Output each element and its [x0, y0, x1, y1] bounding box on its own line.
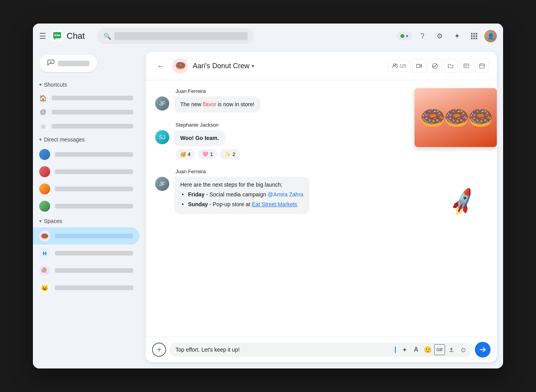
sidebar-item-space-2[interactable]: H: [33, 245, 139, 262]
donut-image: 🍩🍩🍩: [415, 88, 497, 147]
reaction-heart[interactable]: 🩷 1: [198, 149, 217, 159]
tasks-button[interactable]: [428, 59, 442, 73]
chat-body: 🍩🍩🍩 Juan Ferreira JF The new flavor is n…: [146, 80, 497, 337]
svg-rect-4: [471, 33, 473, 34]
sidebar-item-dm-2[interactable]: [33, 163, 139, 180]
sidebar-item-space-1[interactable]: 🍩: [33, 227, 139, 245]
video-icon: [416, 63, 422, 69]
settings-icon[interactable]: ⚙: [433, 29, 447, 43]
top-bar-right: ▾ ? ⚙ ✦ 👤: [397, 29, 497, 43]
search-input-fake: [114, 32, 248, 40]
reaction-party[interactable]: 🥳 4: [176, 149, 195, 159]
app-logo: Chat: [51, 30, 85, 42]
hamburger-icon[interactable]: ☰: [39, 31, 46, 41]
files-button[interactable]: [444, 59, 458, 73]
dm-avatar-3: [39, 183, 50, 194]
gif-icon[interactable]: GIF: [434, 344, 445, 355]
sidebar-item-dm-4[interactable]: [33, 198, 139, 215]
search-bar[interactable]: 🔍: [97, 28, 254, 44]
reaction-sparkle[interactable]: ✨ 2: [220, 149, 239, 159]
spaces-section-header[interactable]: ▾ Spaces: [33, 215, 143, 227]
chevron-down-icon: ▾: [406, 33, 408, 39]
more-input-icon[interactable]: ⊙: [458, 344, 469, 355]
new-chat-icon: [47, 59, 55, 68]
home-icon: 🏠: [39, 94, 47, 102]
folder-icon: [447, 63, 454, 69]
reaction-heart-count: 1: [210, 151, 213, 157]
svg-point-1: [54, 34, 56, 36]
svg-point-15: [393, 64, 395, 66]
rocket-sticker: 🚀: [447, 187, 479, 218]
svg-rect-5: [473, 33, 475, 34]
sidebar-item-home[interactable]: 🏠: [33, 91, 139, 105]
upload-icon[interactable]: [446, 344, 457, 355]
user-avatar[interactable]: 👤: [484, 30, 497, 42]
sidebar-item-mentions[interactable]: @: [33, 105, 139, 119]
cursor: [395, 347, 396, 353]
star-icon: ☆: [39, 122, 47, 130]
sidebar-item-space-4[interactable]: 😺: [33, 279, 139, 296]
upload-svg: [448, 347, 455, 353]
svg-rect-22: [480, 64, 484, 68]
gemini-input-icon[interactable]: ✦: [399, 344, 410, 355]
gemini-icon[interactable]: ✦: [450, 29, 464, 43]
sidebar: ▾ Shortcuts 🏠 @ ☆ ▾ Direct messages: [33, 49, 143, 368]
sidebar-item-dm-1[interactable]: [33, 146, 139, 163]
svg-rect-7: [471, 35, 473, 37]
chat-panel: ← 🍩 Aari's Donut Crew ▾ 125: [146, 52, 497, 362]
space-1-label: [55, 234, 133, 238]
sidebar-item-dm-3[interactable]: [33, 180, 139, 198]
message-bubble-3: Here are the next steps for the big laun…: [174, 177, 310, 214]
add-attachment-button[interactable]: +: [152, 343, 166, 357]
mentions-label: [52, 110, 133, 114]
chat-header: ← 🍩 Aari's Donut Crew ▾ 125: [146, 52, 497, 80]
shortcuts-chevron-icon: ▾: [39, 82, 42, 87]
sidebar-item-space-3[interactable]: 🍭: [33, 262, 139, 279]
status-pill[interactable]: ▾: [397, 32, 412, 40]
svg-rect-9: [476, 35, 477, 37]
home-label: [52, 96, 133, 100]
input-bar: + Top effort. Let's keep it up! ✦ A 🙂 GI…: [146, 337, 497, 362]
message-input[interactable]: Top effort. Let's keep it up!: [176, 347, 395, 353]
svg-point-16: [396, 64, 397, 65]
help-icon[interactable]: ?: [415, 29, 429, 43]
timeline-icon: [463, 63, 469, 69]
avatar-steph: SJ: [155, 130, 169, 144]
space-2-label: [55, 251, 133, 256]
back-button[interactable]: ←: [154, 59, 168, 73]
dm-2-label: [55, 169, 133, 174]
emoji-picker-icon[interactable]: 🙂: [422, 344, 433, 355]
group-name-dropdown-icon[interactable]: ▾: [252, 63, 254, 69]
link-eat-street[interactable]: Eat Street Markets: [252, 201, 297, 207]
video-call-button[interactable]: [412, 59, 426, 73]
step-friday-bold: Friday: [188, 191, 205, 198]
reaction-sparkle-count: 2: [232, 151, 235, 157]
svg-rect-10: [471, 38, 473, 39]
calendar-icon: [479, 63, 485, 69]
calendar-button[interactable]: [475, 59, 489, 73]
space-2-avatar: H: [39, 248, 50, 259]
format-text-icon[interactable]: A: [411, 344, 422, 355]
sidebar-item-starred[interactable]: ☆: [33, 119, 139, 133]
search-icon: 🔍: [103, 33, 111, 40]
step-friday: Friday - Social media campaign @Amira Za…: [182, 191, 303, 199]
timeline-button[interactable]: [459, 59, 473, 73]
members-count: 125: [400, 64, 406, 68]
mention-amira[interactable]: @Amira Zahra: [268, 191, 303, 198]
new-chat-label-fake: [58, 61, 89, 66]
new-chat-button[interactable]: [39, 55, 97, 72]
sender-name-3: Juan Ferreira: [155, 169, 487, 174]
apps-grid-icon[interactable]: [467, 29, 481, 43]
avatar-face: 👤: [484, 30, 497, 42]
members-button[interactable]: 125: [388, 60, 411, 72]
spaces-chevron-icon: ▾: [39, 218, 42, 224]
space-4-avatar: 😺: [39, 282, 50, 293]
space-1-avatar: 🍩: [39, 230, 50, 241]
shortcuts-section-header[interactable]: ▾ Shortcuts: [33, 78, 143, 91]
input-wrapper: Top effort. Let's keep it up! ✦ A 🙂 GIF: [169, 343, 472, 357]
send-button[interactable]: [475, 342, 491, 358]
avatar-juan-1: JF: [155, 96, 169, 111]
dm-section-header[interactable]: ▾ Direct messages: [33, 133, 143, 146]
svg-rect-6: [476, 33, 477, 34]
dm-1-label: [55, 152, 133, 157]
